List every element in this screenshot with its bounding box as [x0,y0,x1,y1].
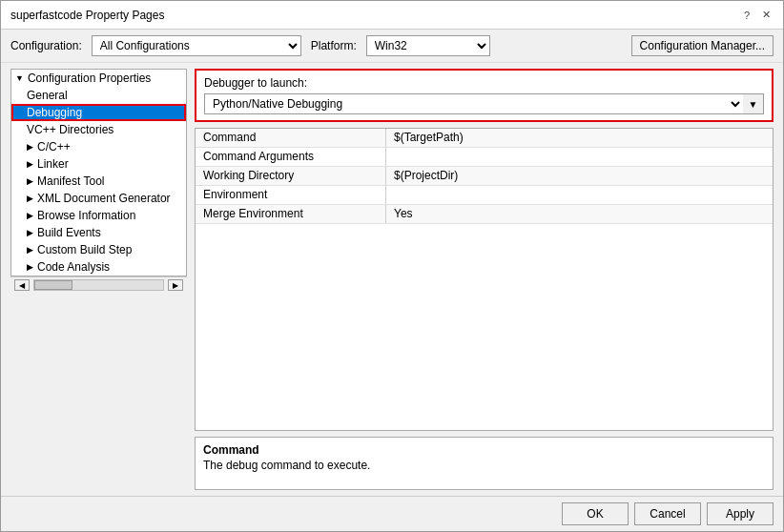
title-bar: superfastcode Property Pages ? ✕ [1,1,783,30]
title-bar-controls: ? ✕ [739,8,774,23]
sidebar-item-debugging[interactable]: Debugging [11,104,186,121]
property-value: $(ProjectDir) [386,167,773,185]
sidebar-item-general[interactable]: General [11,87,186,104]
right-panel: Debugger to launch: Python/Native Debugg… [195,69,774,490]
sidebar-item-label: Manifest Tool [37,174,104,188]
ok-button[interactable]: OK [562,502,629,525]
dialog-title: superfastcode Property Pages [10,9,164,22]
sidebar-item-browse-information[interactable]: ▶ Browse Information [11,207,186,224]
sidebar-item-linker[interactable]: ▶ Linker [11,155,186,173]
expand-arrow-icon: ▶ [27,262,33,272]
sidebar-item-configuration-properties[interactable]: ▼ Configuration Properties [11,70,186,87]
expand-arrow-icon: ▶ [27,159,33,169]
configuration-label: Configuration: [10,39,82,52]
sidebar-item-label: General [27,89,68,102]
scroll-right-button[interactable]: ▶ [168,279,183,291]
expand-arrow-icon: ▶ [27,176,33,186]
sidebar-item-label: Custom Build Step [37,243,132,256]
sidebar-item-build-events[interactable]: ▶ Build Events [11,224,186,241]
close-button[interactable]: ✕ [758,8,774,23]
table-row[interactable]: Command$(TargetPath) [196,129,773,148]
description-title: Command [203,443,765,457]
main-content: ▼ Configuration PropertiesGeneralDebuggi… [1,63,783,496]
debugger-section: Debugger to launch: Python/Native Debugg… [195,69,774,122]
table-row[interactable]: Environment [196,186,773,205]
sidebar-item-xml-document-generator[interactable]: ▶ XML Document Generator [11,190,186,207]
expand-arrow-icon: ▶ [27,142,33,152]
sidebar-item-label: Configuration Properties [28,72,151,85]
apply-button[interactable]: Apply [707,502,774,525]
expand-arrow-icon: ▼ [15,73,24,83]
scroll-left-button[interactable]: ◀ [14,279,30,291]
property-value: $(TargetPath) [386,129,773,147]
sidebar-item-manifest-tool[interactable]: ▶ Manifest Tool [11,173,186,190]
table-row[interactable]: Working Directory$(ProjectDir) [196,167,773,186]
table-row[interactable]: Command Arguments [196,148,773,167]
property-key: Working Directory [196,167,386,185]
property-pages-dialog: superfastcode Property Pages ? ✕ Configu… [0,0,784,532]
help-button[interactable]: ? [739,8,754,23]
configuration-select[interactable]: All Configurations [92,35,301,56]
description-text: The debug command to execute. [203,459,765,472]
sidebar-item-label: Debugging [27,106,82,119]
sidebar-item-label: Build Events [37,226,101,239]
sidebar-item-label: Browse Information [37,209,135,222]
sidebar-item-cc[interactable]: ▶ C/C++ [11,138,186,155]
sidebar-scrollbar[interactable]: ◀ ▶ [10,276,187,293]
sidebar-item-label: Code Analysis [37,260,110,274]
property-key: Command [196,129,386,147]
sidebar-item-label: C/C++ [37,140,71,153]
platform-label: Platform: [311,39,357,52]
debugger-select[interactable]: Python/Native Debugging [204,93,743,114]
expand-arrow-icon: ▶ [27,245,33,255]
debugger-select-row: Python/Native Debugging ▼ [204,93,764,114]
scrollbar-track [33,279,164,291]
sidebar-item-label: Linker [37,157,69,171]
expand-arrow-icon: ▶ [27,228,33,237]
configuration-manager-button[interactable]: Configuration Manager... [631,35,774,56]
property-key: Command Arguments [196,148,386,166]
platform-select[interactable]: Win32 [366,35,490,56]
sidebar-item-label: XML Document Generator [37,192,171,205]
expand-arrow-icon: ▶ [27,194,33,203]
debugger-label: Debugger to launch: [204,76,764,90]
description-box: Command The debug command to execute. [195,437,774,490]
debugger-dropdown-icon[interactable]: ▼ [743,93,764,114]
property-key: Merge Environment [196,205,386,223]
sidebar-container: ▼ Configuration PropertiesGeneralDebuggi… [10,69,187,490]
property-value: Yes [386,205,773,223]
property-value [386,186,773,204]
property-key: Environment [196,186,386,204]
sidebar: ▼ Configuration PropertiesGeneralDebuggi… [10,69,187,276]
footer: OK Cancel Apply [1,496,783,531]
cancel-button[interactable]: Cancel [634,502,701,525]
scrollbar-thumb[interactable] [34,280,72,290]
sidebar-item-vc-directories[interactable]: VC++ Directories [11,121,186,138]
sidebar-item-code-analysis[interactable]: ▶ Code Analysis [11,258,186,276]
properties-table: Command$(TargetPath)Command ArgumentsWor… [195,128,774,431]
configuration-row: Configuration: All Configurations Platfo… [1,30,783,63]
table-row[interactable]: Merge EnvironmentYes [196,205,773,224]
property-value [386,148,773,166]
sidebar-item-custom-build-step[interactable]: ▶ Custom Build Step [11,241,186,258]
expand-arrow-icon: ▶ [27,211,33,220]
sidebar-item-label: VC++ Directories [27,123,113,136]
